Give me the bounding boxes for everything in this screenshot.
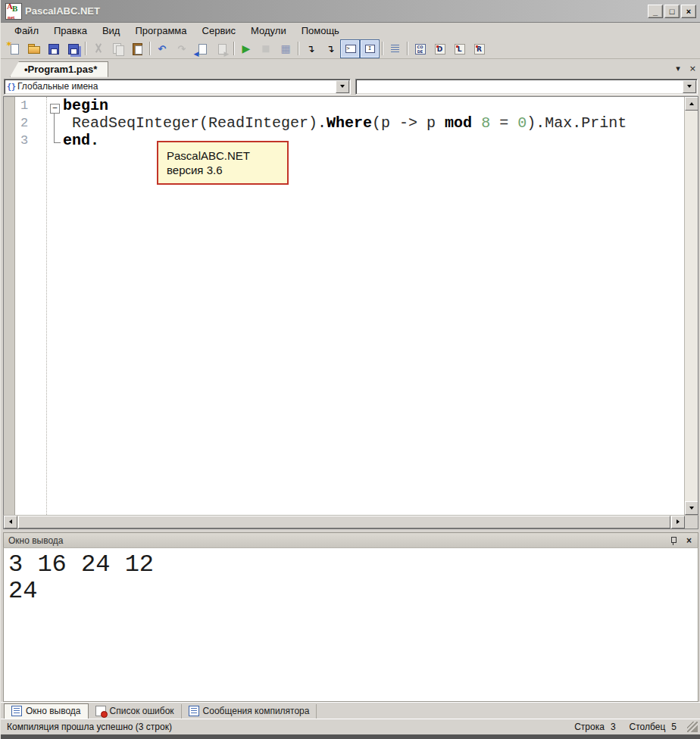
menu-item-Файл[interactable]: Файл bbox=[7, 23, 46, 38]
show-debug-window-button[interactable]: D bbox=[430, 39, 449, 58]
input-panel-toggle[interactable]: I bbox=[360, 39, 380, 58]
code-token bbox=[472, 114, 481, 132]
scroll-right-button[interactable] bbox=[671, 516, 685, 529]
minimize-button[interactable]: _ bbox=[648, 5, 663, 18]
hscroll-thumb[interactable] bbox=[18, 516, 670, 529]
menu-item-Помощь[interactable]: Помощь bbox=[294, 23, 347, 38]
code-line[interactable]: ReadSeqInteger(ReadInteger).Where(p -> p… bbox=[63, 114, 683, 132]
undo-icon: ↶ bbox=[156, 42, 169, 55]
list-icon bbox=[389, 42, 402, 55]
nav-back-button[interactable]: ◀ bbox=[192, 39, 211, 58]
code-templates-button[interactable]: CODE bbox=[410, 39, 430, 58]
menu-item-Вид[interactable]: Вид bbox=[95, 23, 128, 38]
logo-net-text: net bbox=[8, 14, 14, 20]
scroll-up-button[interactable] bbox=[685, 97, 698, 111]
code-token: (p -> p bbox=[372, 114, 445, 132]
close-button[interactable]: × bbox=[681, 5, 696, 18]
editor-tabs: •Program1.pas* bbox=[4, 61, 108, 77]
console-toggle[interactable]: > bbox=[340, 39, 360, 58]
letter-D-icon: D bbox=[433, 42, 446, 55]
resize-grip[interactable] bbox=[687, 722, 698, 732]
menu-item-Модули[interactable]: Модули bbox=[243, 23, 294, 38]
scrollbar-corner bbox=[685, 516, 698, 529]
toolbar-separator bbox=[233, 42, 234, 55]
step1-icon: ↴ bbox=[305, 42, 317, 55]
indent-region-button[interactable]: ↴ bbox=[301, 39, 320, 58]
save-button[interactable] bbox=[43, 39, 63, 58]
scroll-down-button[interactable] bbox=[685, 501, 698, 515]
app-window: A B net PascalABC.NET _ □ × ФайлПравкаВи… bbox=[0, 0, 700, 739]
run-button[interactable]: ▶ bbox=[236, 39, 256, 58]
output-console[interactable]: 3 16 24 1224 bbox=[3, 548, 698, 702]
output-line: 24 bbox=[8, 578, 693, 604]
open-file-button[interactable] bbox=[23, 39, 43, 58]
code-editor[interactable]: 123 − begin ReadSeqInteger(ReadInteger).… bbox=[3, 96, 698, 515]
error-icon bbox=[95, 706, 106, 716]
menu-item-Правка[interactable]: Правка bbox=[46, 23, 95, 38]
bottom-tab-active[interactable]: Окно вывода bbox=[4, 703, 89, 719]
show-local-vars-button[interactable]: L bbox=[449, 39, 469, 58]
bottom-tab-label: Список ошибок bbox=[110, 706, 174, 716]
console-icon: > bbox=[344, 42, 357, 55]
code-line[interactable]: begin bbox=[63, 97, 683, 114]
code-icon: CODE bbox=[414, 42, 427, 55]
nav-forward-button: ▶ bbox=[211, 39, 231, 58]
bottom-tab-inactive[interactable]: Список ошибок bbox=[89, 704, 182, 719]
scope-combobox[interactable]: {} Глобальные имена bbox=[4, 79, 351, 95]
chevron-down-icon bbox=[340, 85, 345, 90]
scope-combobox-dropdown-button[interactable] bbox=[336, 80, 349, 93]
menu-item-Программа[interactable]: Программа bbox=[127, 23, 194, 38]
output-line: 3 16 24 12 bbox=[8, 551, 693, 578]
status-message: Компиляция прошла успешно (3 строк) bbox=[4, 722, 568, 732]
save-all-button[interactable] bbox=[63, 39, 83, 58]
member-combobox[interactable] bbox=[355, 79, 698, 95]
compile-button[interactable]: ▦ bbox=[276, 39, 295, 58]
show-watch-window-button[interactable]: R bbox=[469, 39, 489, 58]
bottom-tab-inactive[interactable]: Сообщения компилятора bbox=[182, 704, 317, 719]
fold-line bbox=[54, 113, 55, 142]
new-file-button[interactable] bbox=[4, 39, 23, 58]
code-token: ).Max.Print bbox=[527, 114, 627, 132]
fold-collapse-box[interactable]: − bbox=[50, 104, 60, 114]
letter-R-icon: R bbox=[473, 42, 486, 55]
menu-item-Сервис[interactable]: Сервис bbox=[195, 23, 244, 38]
bottom-tab-bar: Окно выводаСписок ошибокСообщения компил… bbox=[1, 702, 700, 719]
tab-close-button[interactable]: × bbox=[688, 64, 698, 73]
line-number-gutter: 123 bbox=[15, 97, 45, 149]
format-code-button[interactable] bbox=[385, 39, 405, 58]
editor-tab-strip: •Program1.pas* ▾ × bbox=[1, 59, 700, 76]
grid-icon: ▦ bbox=[280, 42, 292, 55]
floppy-icon bbox=[47, 42, 60, 55]
paste-button[interactable] bbox=[127, 39, 147, 58]
code-token: mod bbox=[445, 114, 472, 132]
status-col-label: Столбец bbox=[623, 722, 672, 732]
output-close-button[interactable]: × bbox=[685, 535, 693, 546]
page-back-icon: ◀ bbox=[195, 42, 208, 55]
editor-hscrollbar[interactable] bbox=[3, 515, 698, 529]
editor-vscrollbar[interactable] bbox=[684, 97, 698, 515]
output-panel-header: Окно вывода × bbox=[3, 532, 698, 549]
maximize-button[interactable]: □ bbox=[664, 5, 680, 18]
editor-tab[interactable]: •Program1.pas* bbox=[10, 61, 108, 77]
code-line[interactable]: end. bbox=[63, 132, 683, 149]
tab-list-dropdown-button[interactable]: ▾ bbox=[674, 64, 682, 73]
undo-button[interactable]: ↶ bbox=[152, 39, 172, 58]
breakpoint-margin[interactable] bbox=[4, 97, 15, 515]
hscroll-track[interactable] bbox=[17, 516, 671, 529]
code-text[interactable]: begin ReadSeqInteger(ReadInteger).Where(… bbox=[63, 97, 683, 149]
status-col-value: 5 bbox=[671, 722, 684, 732]
chevron-down-icon bbox=[687, 85, 692, 90]
scroll-left-button[interactable] bbox=[4, 516, 17, 529]
list-icon bbox=[189, 706, 199, 716]
navigator-row: {} Глобальные имена bbox=[1, 77, 700, 97]
tooltip-version: версия 3.6 bbox=[167, 164, 279, 176]
outdent-region-button[interactable]: ↴ bbox=[320, 39, 340, 58]
gutter-separator bbox=[46, 97, 47, 515]
window-bottom-edge bbox=[1, 734, 700, 739]
line-number: 3 bbox=[15, 132, 45, 149]
arrow-down-icon bbox=[689, 507, 694, 512]
pin-icon[interactable] bbox=[670, 536, 677, 545]
cut-button bbox=[88, 39, 108, 58]
toolbar-separator bbox=[382, 42, 383, 55]
member-combobox-dropdown-button[interactable] bbox=[683, 80, 696, 93]
